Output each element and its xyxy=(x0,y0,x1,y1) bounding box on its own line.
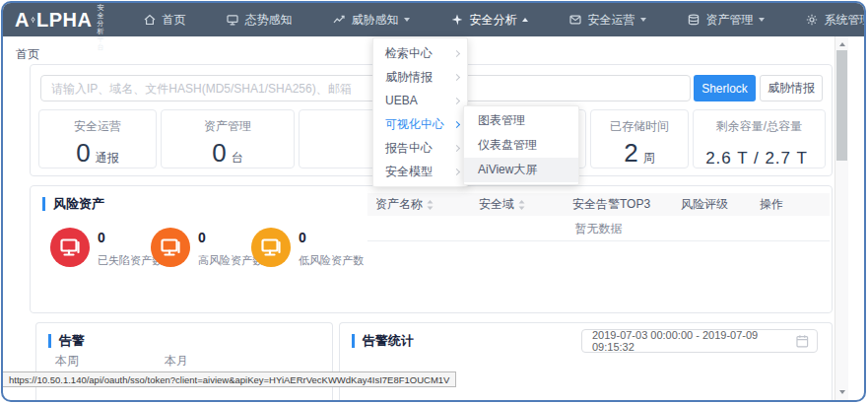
logo-spark-icon xyxy=(31,13,35,28)
chevron-right-icon xyxy=(453,97,460,103)
alerts-card: 告警 本周 本月 xyxy=(35,322,333,402)
alerts-title: 告警 xyxy=(48,332,85,350)
home-icon xyxy=(144,14,156,26)
stat-unit: 周 xyxy=(643,151,655,165)
metric-label: 低风险资产数 xyxy=(299,253,364,268)
vertical-scrollbar[interactable] xyxy=(835,36,848,400)
menu-item-search-center[interactable]: 检索中心 xyxy=(373,41,467,65)
trend-icon xyxy=(333,14,345,26)
alert-statistics-card: 告警统计 2019-07-03 00:00:00 - 2019-07-09 09… xyxy=(339,322,833,402)
chevron-right-icon xyxy=(453,144,460,151)
logo-text-right: LPHA xyxy=(36,9,92,32)
chevron-right-icon xyxy=(453,168,460,174)
tab-this-week[interactable]: 本周 xyxy=(55,353,79,370)
stat-unit: 通报 xyxy=(96,151,119,165)
nav-item-situation[interactable]: 态势感知 xyxy=(206,3,312,36)
table-header-row: 资产名称 安全域 安全告警TOP3 风险评级 操作 xyxy=(367,193,830,216)
title-accent-bar xyxy=(48,334,51,348)
sort-icon[interactable] xyxy=(427,200,434,210)
operations-icon xyxy=(569,14,581,26)
column-header-actions: 操作 xyxy=(752,196,830,213)
analysis-icon xyxy=(451,14,463,26)
chevron-right-icon xyxy=(453,73,460,80)
main-nav: 首页 态势感知 威胁感知 安全分析 安全运营 xyxy=(123,3,866,36)
column-header-risk-rating: 风险评级 xyxy=(673,196,752,213)
monitor-icon xyxy=(251,228,291,267)
nav-item-threat[interactable]: 威胁感知 xyxy=(312,3,431,36)
nav-item-assets[interactable]: 资产管理 xyxy=(667,3,785,36)
monitor-icon xyxy=(227,14,238,26)
stat-value: 0 xyxy=(212,138,226,168)
risk-assets-card: 风险资产 0 已失陷资产数 0 高风险资产数 xyxy=(30,185,833,313)
gear-icon xyxy=(806,14,818,26)
top-navbar: A LPHA 智能安全 分析平台 首页 态势感知 威胁 xyxy=(3,3,864,36)
risk-assets-table: 资产名称 安全域 安全告警TOP3 风险评级 操作 暂无数据 xyxy=(367,193,830,241)
stat-unit: 台 xyxy=(232,151,243,165)
scrollbar-thumb[interactable] xyxy=(836,50,847,161)
date-range-value: 2019-07-03 00:00:00 - 2019-07-09 09:15:3… xyxy=(592,329,796,353)
nav-item-system[interactable]: 系统管理 xyxy=(785,3,866,36)
menu-item-security-model[interactable]: 安全模型 xyxy=(373,160,467,183)
submenu-item-aiview-screen[interactable]: AiView大屏 xyxy=(464,158,578,182)
chevron-right-icon xyxy=(453,120,460,127)
nav-item-analysis[interactable]: 安全分析 xyxy=(431,3,549,36)
menu-item-threat-intel[interactable]: 威胁情报 xyxy=(373,65,467,89)
column-header-asset-name[interactable]: 资产名称 xyxy=(367,196,471,213)
monitor-icon xyxy=(50,228,90,267)
date-range-picker[interactable]: 2019-07-03 00:00:00 - 2019-07-09 09:15:3… xyxy=(581,329,818,353)
column-header-security-domain[interactable]: 安全域 xyxy=(471,196,565,213)
risk-assets-title: 风险资产 xyxy=(42,195,104,213)
browser-status-url: https://10.50.1.140/api/oauth/sso/token?… xyxy=(3,371,456,387)
submenu-item-chart-management[interactable]: 图表管理 xyxy=(464,108,578,133)
security-analysis-dropdown: 检索中心 威胁情报 UEBA 可视化中心 报告中心 安全模型 xyxy=(372,37,468,187)
app-window: A LPHA 智能安全 分析平台 首页 态势感知 威胁 xyxy=(1,1,866,402)
menu-item-visualization-center[interactable]: 可视化中心 xyxy=(373,112,467,136)
menu-item-ueba[interactable]: UEBA xyxy=(373,89,467,112)
chevron-down-icon xyxy=(759,18,765,22)
chevron-right-icon xyxy=(453,49,460,56)
monitor-icon xyxy=(151,228,190,267)
breadcrumb: 首页 xyxy=(16,46,39,63)
stat-card-asset-management: 资产管理 0台 xyxy=(161,109,295,168)
stat-card-storage-time: 已存储时间 2周 xyxy=(590,109,689,168)
metric-high-risk-assets: 0 高风险资产数 xyxy=(151,228,263,268)
stat-card-security-operations: 安全运营 0通报 xyxy=(38,109,157,168)
tab-this-month[interactable]: 本月 xyxy=(165,353,188,370)
ailpha-logo: A LPHA 智能安全 分析平台 xyxy=(15,1,109,51)
metric-compromised-assets: 0 已失陷资产数 xyxy=(50,228,163,268)
scroll-up-arrow[interactable] xyxy=(835,38,848,50)
metric-low-risk-assets: 0 低风险资产数 xyxy=(251,228,364,268)
scroll-down-arrow[interactable] xyxy=(835,386,848,398)
sherlock-button[interactable]: Sherlock xyxy=(694,75,756,101)
column-header-alert-top3: 安全告警TOP3 xyxy=(565,196,673,213)
nav-item-home[interactable]: 首页 xyxy=(123,3,206,36)
alert-statistics-title: 告警统计 xyxy=(352,332,414,350)
threat-intel-button[interactable]: 威胁情报 xyxy=(760,75,823,101)
title-accent-bar xyxy=(42,197,45,211)
visualization-submenu: 图表管理 仪表盘管理 AiView大屏 xyxy=(463,105,579,185)
chevron-up-icon xyxy=(522,18,528,22)
menu-item-report-center[interactable]: 报告中心 xyxy=(373,136,467,160)
asset-icon xyxy=(688,14,700,26)
chevron-down-icon xyxy=(404,18,410,22)
logo-subtitle: 智能安全 分析平台 xyxy=(97,1,109,51)
logo-text-left: A xyxy=(15,9,30,32)
stat-card-capacity: 剩余容量/总容量 2.6 T / 2.7 T xyxy=(693,109,826,168)
stat-value: 2 xyxy=(624,138,637,168)
sort-icon[interactable] xyxy=(518,200,525,210)
table-empty-state: 暂无数据 xyxy=(367,216,830,241)
nav-item-operations[interactable]: 安全运营 xyxy=(549,3,667,36)
metric-value: 0 xyxy=(299,230,364,245)
chevron-down-icon xyxy=(640,18,646,22)
calendar-icon xyxy=(796,334,809,348)
title-accent-bar xyxy=(352,334,355,348)
search-input[interactable] xyxy=(40,75,691,101)
stat-value: 2.6 T / 2.7 T xyxy=(705,149,808,168)
stat-value: 0 xyxy=(76,138,90,168)
submenu-item-dashboard-management[interactable]: 仪表盘管理 xyxy=(464,133,578,158)
